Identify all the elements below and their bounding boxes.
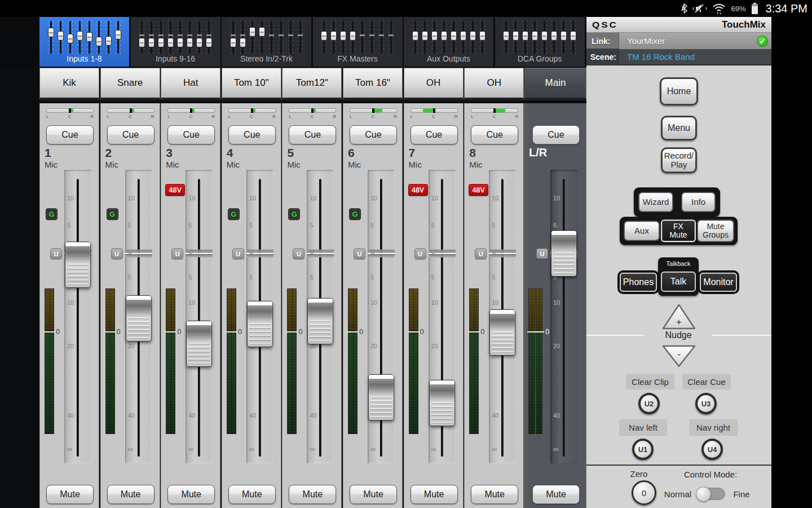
channel-name[interactable]: Snare bbox=[100, 68, 160, 100]
phones-button[interactable]: Phones bbox=[620, 273, 657, 292]
cue-button[interactable]: Cue bbox=[532, 125, 580, 144]
menu-button[interactable]: Menu bbox=[661, 116, 697, 141]
meter-green-zone bbox=[470, 332, 478, 433]
scene-row[interactable]: Scene: TM 16 Rock Band bbox=[586, 49, 771, 65]
control-mode-toggle[interactable] bbox=[697, 488, 725, 500]
nudge-label: Nudge bbox=[654, 330, 703, 340]
fader-track[interactable]: U 105U5102040∞ bbox=[64, 170, 91, 463]
mute-button[interactable]: Mute bbox=[350, 485, 397, 504]
mute-groups-button[interactable]: Mute Groups bbox=[697, 220, 734, 242]
fader-bank-tab[interactable]: Inputs 9-16 bbox=[131, 17, 220, 67]
fader-scale-label: 10 bbox=[188, 299, 195, 306]
fader-bank-tab[interactable]: FX Masters bbox=[313, 17, 403, 67]
pan-control[interactable] bbox=[167, 108, 215, 113]
user-button-u1[interactable]: U1 bbox=[632, 439, 654, 460]
mute-button[interactable]: Mute bbox=[532, 485, 580, 504]
fader-track[interactable]: U 105U5102040∞ bbox=[489, 170, 516, 463]
fader-handle[interactable] bbox=[65, 242, 91, 288]
monitor-button[interactable]: Monitor bbox=[700, 273, 737, 292]
meter-zero-tick bbox=[104, 331, 116, 332]
fader-bank-tab[interactable]: Stereo In/2-Trk bbox=[222, 17, 311, 67]
nudge-up-button[interactable]: + bbox=[661, 303, 696, 330]
mute-button[interactable]: Mute bbox=[411, 485, 458, 504]
pan-control[interactable] bbox=[289, 108, 336, 113]
cue-button[interactable]: Cue bbox=[411, 125, 458, 144]
fx-mute-button[interactable]: FX Mute bbox=[661, 220, 696, 242]
info-button[interactable]: Info bbox=[681, 192, 716, 212]
fader-handle[interactable] bbox=[489, 309, 515, 356]
fader-track[interactable]: U 105U5102040∞ bbox=[368, 170, 395, 463]
pan-control[interactable] bbox=[228, 108, 276, 113]
channel-name[interactable]: Tom 16" bbox=[343, 68, 403, 100]
mute-button[interactable]: Mute bbox=[167, 485, 215, 504]
user-button-u4[interactable]: U4 bbox=[701, 439, 723, 460]
fader-handle[interactable] bbox=[307, 298, 333, 344]
channel-name[interactable]: Tom12" bbox=[282, 68, 342, 100]
fader-handle[interactable] bbox=[186, 321, 212, 367]
fader-bank-tab[interactable]: Inputs 1-8 bbox=[39, 17, 129, 67]
meter-zero-label: 0 bbox=[298, 327, 302, 336]
mute-button[interactable]: Mute bbox=[471, 485, 518, 504]
pan-control[interactable] bbox=[471, 108, 518, 113]
cue-button[interactable]: Cue bbox=[167, 125, 215, 144]
nudge-down-button[interactable]: - bbox=[661, 344, 696, 368]
aux-button[interactable]: Aux bbox=[624, 221, 660, 241]
fader-track[interactable]: U 105U5102040∞ bbox=[125, 170, 152, 463]
cue-button[interactable]: Cue bbox=[46, 125, 94, 144]
mute-button[interactable]: Mute bbox=[228, 485, 276, 504]
record-play-button[interactable]: Record/ Play bbox=[661, 147, 697, 173]
fader-track[interactable]: U 105U5102040∞ bbox=[246, 170, 273, 463]
unity-badge: U bbox=[171, 248, 183, 259]
pan-axis-labels: LCR bbox=[46, 114, 94, 119]
channel-source: Mic bbox=[45, 160, 58, 169]
fader-scale-label: 5 bbox=[128, 222, 131, 229]
unity-badge: U bbox=[414, 248, 426, 259]
meter-green-zone bbox=[288, 332, 296, 433]
cue-button[interactable]: Cue bbox=[107, 125, 155, 144]
fader-track[interactable]: U 105U5102040∞ bbox=[550, 170, 577, 463]
pan-control[interactable] bbox=[46, 108, 94, 113]
pan-control[interactable] bbox=[350, 108, 397, 113]
cue-button[interactable]: Cue bbox=[471, 125, 518, 144]
meter-amber-zone bbox=[470, 289, 478, 332]
zero-button[interactable]: 0 bbox=[632, 480, 656, 505]
fader-scale-label: U bbox=[128, 248, 133, 255]
fader-bank-tab[interactable]: Aux Outputs bbox=[404, 17, 493, 67]
channel-number: 7 bbox=[409, 146, 416, 160]
fader-track[interactable]: U 105U5102040∞ bbox=[307, 170, 334, 463]
toggle-knob[interactable] bbox=[696, 487, 711, 502]
cue-button[interactable]: Cue bbox=[228, 125, 276, 144]
touchmix-app: 69% 3:34 PM Inputs 1-8 Inputs 9-16 Stere… bbox=[0, 0, 812, 508]
cue-button[interactable]: Cue bbox=[289, 125, 336, 144]
channel-name[interactable]: Main bbox=[524, 68, 586, 100]
channel-strip: OH LCR Cue 8 Mic 48V G 0 U 105U5102040∞ bbox=[464, 67, 524, 508]
user-button-u2[interactable]: U2 bbox=[638, 393, 660, 414]
channel-name[interactable]: Kik bbox=[39, 68, 99, 100]
fader-handle[interactable] bbox=[368, 374, 394, 421]
channel-name[interactable]: Tom 10" bbox=[222, 68, 281, 100]
channel-name[interactable]: OH bbox=[464, 68, 524, 100]
fader-scale-label: 40 bbox=[67, 412, 74, 419]
home-button[interactable]: Home bbox=[660, 77, 698, 106]
mute-button[interactable]: Mute bbox=[289, 485, 336, 504]
fader-handle[interactable] bbox=[247, 301, 273, 347]
channel-name[interactable]: Hat bbox=[161, 68, 220, 100]
mute-button[interactable]: Mute bbox=[107, 485, 155, 504]
fader-bank-tab[interactable]: DCA Groups bbox=[495, 17, 585, 67]
fader-handle[interactable] bbox=[551, 230, 577, 277]
fader-track[interactable]: U 105U5102040∞ bbox=[429, 170, 456, 463]
mute-button[interactable]: Mute bbox=[46, 485, 94, 504]
channel-name[interactable]: OH bbox=[404, 68, 464, 100]
cue-button[interactable]: Cue bbox=[350, 125, 397, 144]
user-button-u3[interactable]: U3 bbox=[695, 393, 717, 414]
pan-control[interactable] bbox=[107, 108, 155, 113]
fader-scale-label: ∞ bbox=[67, 445, 72, 453]
fader-track[interactable]: U 105U5102040∞ bbox=[186, 170, 213, 463]
phantom-48v-badge: 48V bbox=[469, 184, 488, 196]
pan-control[interactable] bbox=[411, 108, 458, 113]
wizard-button[interactable]: Wizard bbox=[638, 192, 673, 212]
fader-handle[interactable] bbox=[429, 380, 455, 426]
talk-button[interactable]: Talk bbox=[661, 271, 696, 292]
fader-handle[interactable] bbox=[126, 295, 152, 341]
fader-scale-label: 10 bbox=[492, 299, 498, 306]
